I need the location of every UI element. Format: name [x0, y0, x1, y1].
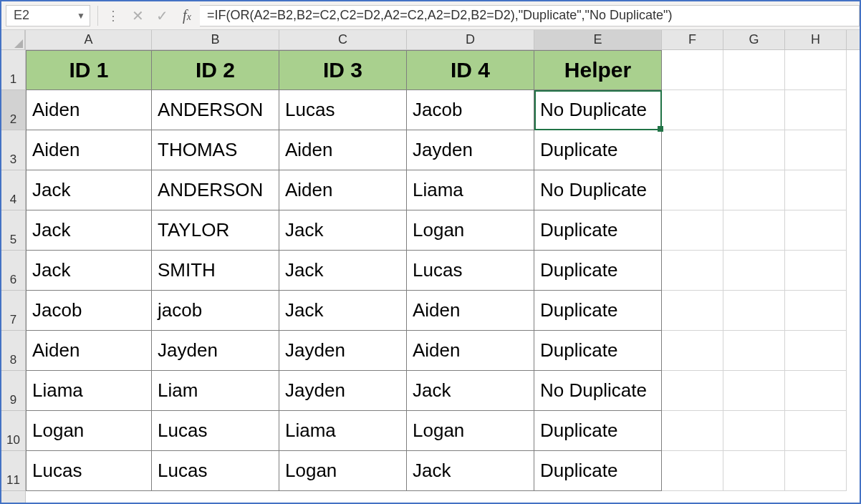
- cell-empty[interactable]: [723, 251, 785, 291]
- col-header-C[interactable]: C: [279, 30, 407, 49]
- cell[interactable]: Liama: [407, 170, 534, 210]
- cell[interactable]: Logan: [407, 210, 534, 251]
- cell[interactable]: Aiden: [26, 90, 152, 130]
- cell-empty[interactable]: [785, 451, 847, 491]
- cell-empty[interactable]: [785, 50, 847, 90]
- cell-empty[interactable]: [723, 210, 785, 251]
- cell[interactable]: Jack: [279, 291, 407, 331]
- fx-icon[interactable]: fx: [174, 7, 200, 24]
- cell[interactable]: Jack: [26, 251, 152, 291]
- cell-empty[interactable]: [662, 170, 723, 210]
- col-header-F[interactable]: F: [662, 30, 723, 49]
- cell[interactable]: Lucas: [26, 451, 152, 491]
- name-box[interactable]: E2 ▼: [6, 5, 90, 26]
- cell-empty[interactable]: [723, 331, 785, 371]
- cell-empty[interactable]: [662, 331, 723, 371]
- cell-empty[interactable]: [785, 411, 847, 451]
- cell-empty[interactable]: [785, 331, 847, 371]
- cell[interactable]: Lucas: [152, 411, 279, 451]
- cell-empty[interactable]: [723, 291, 785, 331]
- cell-empty[interactable]: [723, 130, 785, 170]
- row-header-1[interactable]: 1: [1, 50, 25, 90]
- header-helper[interactable]: Helper: [534, 50, 662, 90]
- cell-empty[interactable]: [662, 90, 723, 130]
- cell[interactable]: Jacob: [407, 90, 534, 130]
- cell-empty[interactable]: [785, 170, 847, 210]
- col-header-B[interactable]: B: [152, 30, 279, 49]
- cell[interactable]: Jack: [407, 451, 534, 491]
- header-id3[interactable]: ID 3: [279, 50, 407, 90]
- cell[interactable]: THOMAS: [152, 130, 279, 170]
- cell[interactable]: Aiden: [279, 130, 407, 170]
- select-all-corner[interactable]: [1, 30, 25, 50]
- cell[interactable]: SMITH: [152, 251, 279, 291]
- cell-empty[interactable]: [723, 451, 785, 491]
- cell[interactable]: Liama: [26, 371, 152, 411]
- cell[interactable]: Duplicate: [534, 210, 662, 251]
- cell[interactable]: Jack: [407, 371, 534, 411]
- cell[interactable]: Duplicate: [534, 130, 662, 170]
- cell-empty[interactable]: [723, 411, 785, 451]
- row-header-4[interactable]: 4: [1, 170, 25, 210]
- enter-icon[interactable]: ✓: [150, 7, 174, 24]
- row-header-9[interactable]: 9: [1, 371, 25, 411]
- cell[interactable]: Jayden: [279, 331, 407, 371]
- row-header-2[interactable]: 2: [1, 90, 25, 130]
- cell[interactable]: Lucas: [407, 251, 534, 291]
- cell[interactable]: No Duplicate: [534, 90, 662, 130]
- cancel-icon[interactable]: ✕: [125, 7, 150, 24]
- cell[interactable]: Logan: [279, 451, 407, 491]
- cell[interactable]: Aiden: [407, 331, 534, 371]
- cell[interactable]: ANDERSON: [152, 90, 279, 130]
- cell[interactable]: Jack: [279, 251, 407, 291]
- cell[interactable]: Aiden: [26, 331, 152, 371]
- cell-empty[interactable]: [662, 371, 723, 411]
- col-header-A[interactable]: A: [26, 30, 152, 49]
- cell-empty[interactable]: [785, 251, 847, 291]
- cell[interactable]: Jayden: [152, 331, 279, 371]
- cell[interactable]: Duplicate: [534, 331, 662, 371]
- cell[interactable]: Duplicate: [534, 251, 662, 291]
- cell[interactable]: Jayden: [407, 130, 534, 170]
- cell[interactable]: Aiden: [26, 130, 152, 170]
- cell[interactable]: Jacob: [26, 291, 152, 331]
- cell[interactable]: Logan: [26, 411, 152, 451]
- col-header-D[interactable]: D: [407, 30, 534, 49]
- cell[interactable]: Jack: [279, 210, 407, 251]
- cell-empty[interactable]: [662, 130, 723, 170]
- cell-empty[interactable]: [723, 170, 785, 210]
- cell[interactable]: Duplicate: [534, 291, 662, 331]
- cell[interactable]: Duplicate: [534, 451, 662, 491]
- cell-empty[interactable]: [785, 291, 847, 331]
- cell-empty[interactable]: [723, 50, 785, 90]
- cell-empty[interactable]: [723, 371, 785, 411]
- cell[interactable]: Lucas: [279, 90, 407, 130]
- col-header-G[interactable]: G: [723, 30, 785, 49]
- cell[interactable]: Aiden: [407, 291, 534, 331]
- formula-expand-icon[interactable]: ⋮: [101, 8, 125, 24]
- cell-empty[interactable]: [785, 371, 847, 411]
- cell[interactable]: Lucas: [152, 451, 279, 491]
- header-id1[interactable]: ID 1: [26, 50, 152, 90]
- cell[interactable]: Jack: [26, 210, 152, 251]
- cell[interactable]: Logan: [407, 411, 534, 451]
- row-header-7[interactable]: 7: [1, 291, 25, 331]
- cell-empty[interactable]: [662, 210, 723, 251]
- cell[interactable]: ANDERSON: [152, 170, 279, 210]
- cell[interactable]: Jack: [26, 170, 152, 210]
- row-header-11[interactable]: 11: [1, 451, 25, 491]
- cell-empty[interactable]: [662, 251, 723, 291]
- cell[interactable]: Jayden: [279, 371, 407, 411]
- row-header-3[interactable]: 3: [1, 130, 25, 170]
- formula-input[interactable]: =IF(OR(A2=B2,B2=C2,C2=D2,A2=C2,A2=D2,B2=…: [200, 5, 860, 26]
- cell[interactable]: jacob: [152, 291, 279, 331]
- row-header-10[interactable]: 10: [1, 411, 25, 451]
- cell-empty[interactable]: [785, 210, 847, 251]
- row-header-5[interactable]: 5: [1, 210, 25, 251]
- cell-empty[interactable]: [785, 130, 847, 170]
- cell[interactable]: Liama: [279, 411, 407, 451]
- cell-empty[interactable]: [662, 451, 723, 491]
- row-header-8[interactable]: 8: [1, 331, 25, 371]
- row-header-6[interactable]: 6: [1, 251, 25, 291]
- cell-empty[interactable]: [662, 291, 723, 331]
